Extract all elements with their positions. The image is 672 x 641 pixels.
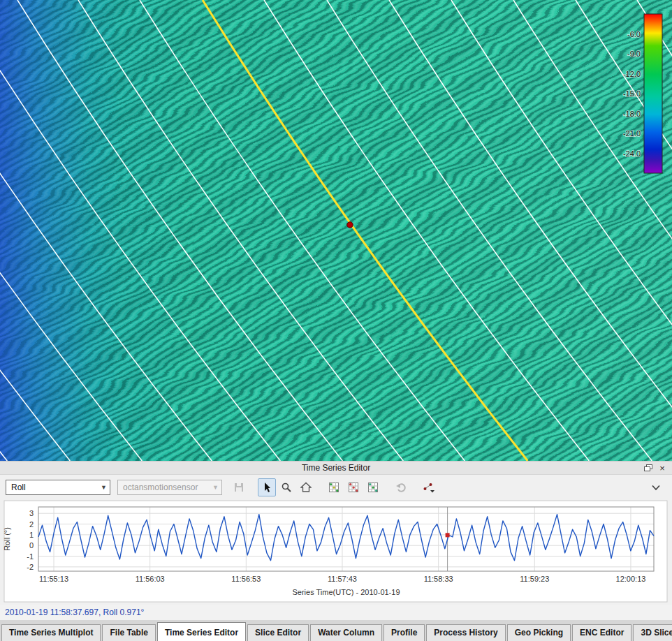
tab-water-column[interactable]: Water Column [310, 624, 382, 641]
svg-text:-18.0: -18.0 [623, 110, 641, 118]
bathymetry-map-canvas: -6.0-9.0-12.0-15.0-18.0-21.0-24.0 [0, 0, 672, 461]
svg-text:11:58:33: 11:58:33 [424, 575, 453, 583]
svg-text:11:57:43: 11:57:43 [328, 575, 357, 583]
time-series-chart[interactable]: 11:55:1311:56:0311:56:5311:57:4311:58:33… [0, 500, 672, 605]
svg-text:Roll (°): Roll (°) [3, 527, 11, 551]
tab-3d-slice-editor[interactable]: 3D Slice Editor [633, 624, 672, 641]
svg-text:12:00:13: 12:00:13 [616, 575, 646, 583]
chevron-down-icon: ▼ [98, 484, 110, 491]
sensor-select-value: octansmotionsensor [123, 482, 210, 492]
undo-icon [395, 482, 407, 493]
svg-text:-24.0: -24.0 [623, 149, 641, 158]
tab-process-history[interactable]: Process History [426, 624, 505, 641]
svg-text:-2: -2 [27, 563, 34, 571]
tab-file-table[interactable]: File Table [102, 624, 155, 641]
close-icon: × [659, 464, 665, 473]
map-position-marker [347, 222, 353, 228]
grid-filter-button[interactable] [364, 478, 382, 496]
tab-profile[interactable]: Profile [384, 624, 425, 641]
svg-text:0: 0 [29, 541, 34, 550]
panel-titlebar: Time Series Editor × [0, 461, 672, 475]
close-panel-button[interactable]: × [655, 462, 669, 473]
svg-text:2: 2 [29, 520, 34, 529]
float-window-icon [644, 464, 652, 472]
svg-text:3: 3 [29, 509, 34, 517]
cursor-readout: 2010-01-19 11:58:37.697, Roll 0.971° [5, 607, 144, 617]
tab-geo-picking[interactable]: Geo Picking [507, 624, 571, 641]
application-window: -6.0-9.0-12.0-15.0-18.0-21.0-24.0 Time S… [0, 0, 672, 641]
svg-text:11:59:23: 11:59:23 [520, 575, 549, 583]
select-cursor-button[interactable] [258, 478, 276, 496]
tab-enc-editor[interactable]: ENC Editor [572, 624, 631, 641]
float-panel-button[interactable] [641, 462, 655, 473]
svg-text:-1: -1 [27, 552, 34, 561]
deep-water-shading [0, 0, 672, 461]
field-select[interactable]: Roll ▼ [6, 480, 110, 495]
editor-toolbar: Roll ▼ octansmotionsensor ▼ [0, 475, 672, 500]
chevron-down-icon: ▼ [210, 484, 221, 491]
home-view-button[interactable] [297, 478, 315, 496]
home-icon [300, 482, 312, 493]
grid-accept-icon [328, 482, 339, 493]
grid-filter-icon [367, 482, 379, 493]
cursor-arrow-icon [261, 482, 272, 493]
grid-reject-button[interactable] [344, 478, 363, 496]
plot-points-button[interactable] [420, 478, 438, 496]
tab-slice-editor[interactable]: Slice Editor [247, 624, 309, 641]
chevron-down-icon [650, 482, 662, 493]
sensor-select: octansmotionsensor ▼ [117, 480, 222, 495]
zoom-button[interactable] [277, 478, 295, 496]
svg-text:1: 1 [29, 531, 34, 539]
tab-time-series-multiplot[interactable]: Time Series Multiplot [1, 624, 101, 641]
bottom-tab-bar: Time Series MultiplotFile TableTime Seri… [0, 620, 672, 641]
collapse-panel-button[interactable] [647, 478, 665, 496]
svg-text:Series Time(UTC) - 2010-01-19: Series Time(UTC) - 2010-01-19 [292, 588, 400, 596]
save-icon [233, 482, 244, 493]
svg-text:-6.0: -6.0 [627, 30, 641, 38]
svg-text:11:55:13: 11:55:13 [39, 575, 68, 583]
svg-text:-21.0: -21.0 [623, 129, 641, 138]
save-button[interactable] [230, 478, 248, 496]
magnifier-icon [281, 482, 292, 493]
plot-points-icon [423, 482, 435, 493]
panel-title: Time Series Editor [0, 463, 672, 473]
svg-text:11:56:03: 11:56:03 [136, 575, 165, 583]
svg-text:-15.0: -15.0 [623, 89, 641, 98]
colorbar-gradient [644, 14, 662, 173]
undo-button[interactable] [392, 478, 410, 496]
grid-accept-button[interactable] [325, 478, 343, 496]
svg-text:-9.0: -9.0 [627, 50, 641, 58]
svg-text:-12.0: -12.0 [623, 70, 641, 78]
tab-time-series-editor[interactable]: Time Series Editor [157, 622, 246, 641]
grid-reject-icon [348, 482, 359, 493]
svg-text:11:56:53: 11:56:53 [231, 575, 261, 583]
status-bar: 2010-01-19 11:58:37.697, Roll 0.971° [0, 605, 672, 620]
field-select-value: Roll [11, 482, 98, 492]
bathymetry-map-view[interactable]: -6.0-9.0-12.0-15.0-18.0-21.0-24.0 [0, 0, 672, 461]
time-series-plot: 11:55:1311:56:0311:56:5311:57:4311:58:33… [0, 500, 672, 605]
